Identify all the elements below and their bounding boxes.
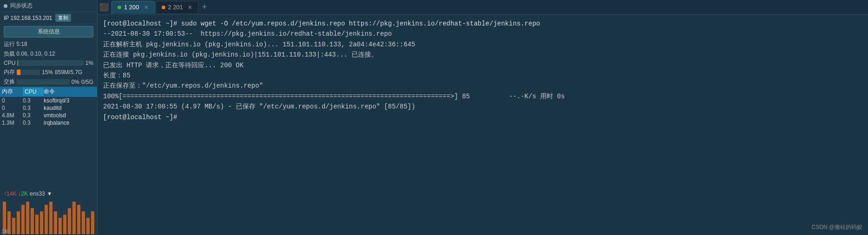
proc-table-header: 内存 CPU 命令 — [0, 87, 97, 97]
chart-bar — [45, 205, 48, 234]
terminal-line: --2021-08-30 17:00:53-- https://pkg.jenk… — [103, 29, 862, 39]
sync-dot — [4, 4, 7, 8]
cpu-label: CPU — [4, 60, 15, 66]
mem-value: 859M/5.7G — [55, 69, 82, 76]
network-chart: 20K 14K 7K — [0, 198, 97, 235]
swap-bar — [17, 79, 70, 85]
net-row: ↑14K ↓2K ens33 ▼ — [0, 190, 97, 198]
chart-bar — [77, 205, 80, 234]
proc-cmd: ksoftirqd/3 — [44, 97, 95, 104]
sys-info-button[interactable]: 系统信息 — [4, 26, 93, 38]
proc-row: 4.8M0.3vmtoolsd — [0, 112, 97, 119]
main-area: ⬛ 1 200 ✕ 2 201 ✕ + [root@localhost ~]# … — [98, 0, 868, 235]
chart-bar — [86, 218, 90, 234]
terminal-line: 长度：85 — [103, 70, 862, 81]
chart-label-7k: 7K — [2, 229, 7, 234]
net-iface-arrow: ▼ — [47, 191, 52, 197]
proc-row: 00.3kauditd — [0, 104, 97, 112]
proc-mem: 0 — [2, 97, 23, 104]
proc-mem: 0 — [2, 105, 23, 111]
proc-cmd: kauditd — [44, 105, 95, 111]
proc-row: 1.3M0.3irqbalance — [0, 119, 97, 127]
terminal-line: [root@localhost ~]# sudo wget -O /etc/yu… — [103, 19, 862, 29]
watermark: CSDN @搬砖的码蚁 — [811, 223, 862, 231]
ip-label: IP 192.168.153.201 — [4, 15, 52, 21]
proc-cpu: 0.3 — [23, 112, 44, 119]
tab-1-dot — [117, 6, 121, 9]
net-iface: ens33 — [30, 191, 45, 197]
terminal-line: 正在保存至："/etc/yum.repos.d/jenkins.repo" — [103, 81, 862, 91]
tab-1[interactable]: 1 200 ✕ — [111, 1, 155, 14]
net-down: ↓2K — [18, 191, 28, 197]
swap-label: 交换 — [4, 78, 15, 86]
load-label: 负载 0.06, 0.10, 0.12 — [4, 51, 55, 57]
chart-bar — [26, 202, 29, 234]
sidebar: 同步状态 IP 192.168.153.201 复制 系统信息 运行 5:18 … — [0, 0, 98, 235]
tab-add-button[interactable]: + — [199, 2, 210, 12]
terminal-line: [root@localhost ~]# — [103, 112, 862, 122]
sync-status-row: 同步状态 — [0, 0, 97, 12]
tab-2-label: 2 201 — [168, 4, 183, 11]
proc-cpu: 0.3 — [23, 105, 44, 111]
tab-2[interactable]: 2 201 ✕ — [156, 1, 199, 14]
tabs-bar: ⬛ 1 200 ✕ 2 201 ✕ + — [98, 0, 868, 15]
copy-button[interactable]: 复制 — [55, 14, 71, 22]
cpu-value: 1% — [85, 60, 93, 66]
tab-1-label: 1 200 — [124, 4, 139, 11]
proc-header-cmd: 命令 — [44, 88, 95, 96]
uptime-label: 运行 5:18 — [4, 41, 27, 47]
chart-bar — [72, 202, 76, 234]
proc-cpu: 0.3 — [23, 97, 44, 104]
mem-bar-fill — [17, 70, 20, 75]
proc-mem: 4.8M — [2, 112, 23, 119]
chart-bar — [54, 211, 57, 234]
terminal-line: 正在连接 pkg.jenkins.io (pkg.jenkins.io)|151… — [103, 50, 862, 60]
proc-cmd: vmtoolsd — [44, 112, 95, 119]
terminal-line: 已发出 HTTP 请求，正在等待回应... 200 OK — [103, 60, 862, 70]
swap-percent-label: 0% — [72, 79, 79, 85]
terminal-icon: ⬛ — [99, 3, 109, 12]
net-up: ↑14K — [4, 191, 16, 197]
chart-bar — [35, 215, 39, 234]
chart-bar — [40, 211, 43, 234]
tab-1-close[interactable]: ✕ — [144, 4, 149, 11]
mem-row: 内存 15% 859M/5.7G — [0, 67, 97, 77]
proc-mem: 1.3M — [2, 120, 23, 126]
swap-row: 交换 0% 0/5G — [0, 77, 97, 87]
load-row: 负载 0.06, 0.10, 0.12 — [0, 49, 97, 59]
uptime-row: 运行 5:18 — [0, 39, 97, 49]
terminal-line: 2021-08-30 17:00:55 (4.97 MB/s) - 已保存 "/… — [103, 102, 862, 112]
proc-cmd: irqbalance — [44, 120, 95, 126]
chart-bar — [12, 218, 15, 234]
tab-2-close[interactable]: ✕ — [188, 4, 192, 11]
proc-header-mem: 内存 — [2, 88, 23, 96]
swap-value: 0/5G — [81, 79, 93, 85]
chart-bar — [82, 211, 85, 234]
terminal-output[interactable]: [root@localhost ~]# sudo wget -O /etc/yu… — [98, 15, 868, 235]
terminal-line: 正在解析主机 pkg.jenkins.io (pkg.jenkins.io)..… — [103, 39, 862, 50]
terminal-container: [root@localhost ~]# sudo wget -O /etc/yu… — [98, 15, 868, 235]
mem-percent-label: 15% — [42, 69, 53, 76]
ip-row: IP 192.168.153.201 复制 — [0, 12, 97, 24]
chart-bar — [17, 211, 20, 234]
mem-bar — [17, 70, 40, 75]
terminal-line: 100%[===================================… — [103, 91, 862, 102]
chart-bar — [49, 202, 52, 234]
tab-2-dot — [162, 6, 165, 9]
chart-bar — [21, 205, 25, 234]
proc-table: 00.3ksoftirqd/300.3kauditd4.8M0.3vmtools… — [0, 97, 97, 190]
sync-label: 同步状态 — [10, 2, 33, 10]
proc-header-cpu: CPU — [23, 88, 44, 96]
cpu-bar — [17, 60, 83, 66]
proc-row: 00.3ksoftirqd/3 — [0, 97, 97, 104]
cpu-bar-fill — [17, 60, 18, 66]
proc-cpu: 0.3 — [23, 120, 44, 126]
chart-bar — [59, 218, 62, 234]
chart-bar — [31, 208, 34, 234]
mem-label: 内存 — [4, 68, 15, 76]
chart-bar — [91, 211, 94, 234]
chart-bar — [68, 208, 71, 234]
chart-bar — [63, 215, 66, 234]
cpu-row: CPU 1% — [0, 59, 97, 67]
